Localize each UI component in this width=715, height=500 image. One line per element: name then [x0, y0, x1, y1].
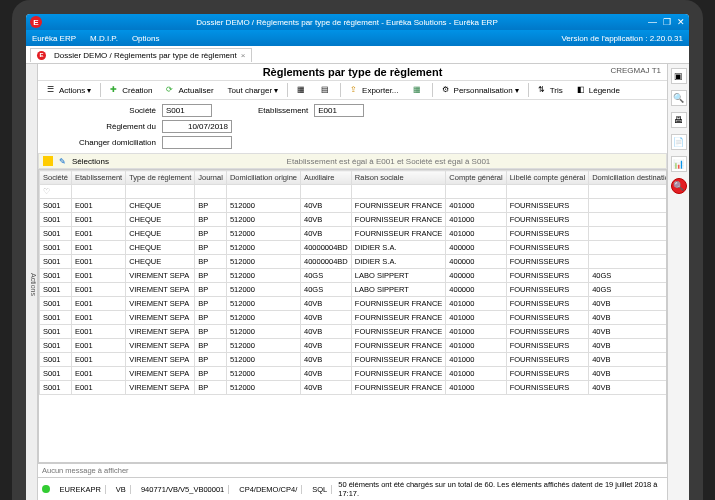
filter-cell[interactable] — [301, 185, 352, 199]
minimize-button[interactable]: — — [648, 17, 657, 27]
side-tab-actions[interactable]: Actions — [26, 64, 38, 500]
tab-close-icon[interactable]: × — [241, 51, 246, 60]
chevron-down-icon: ▾ — [274, 86, 278, 95]
cell: S001 — [40, 367, 72, 381]
col-header[interactable]: Raison sociale — [351, 171, 446, 185]
tool-export-icon[interactable]: 📊 — [671, 156, 687, 172]
cell: 40VB — [589, 353, 667, 367]
table-row[interactable]: S001E001CHEQUEBP51200040000004BDDIDIER S… — [40, 255, 668, 269]
cell — [589, 227, 667, 241]
tool-button-1[interactable]: ▦ — [292, 83, 312, 97]
tool-print-icon[interactable]: 🖶 — [671, 112, 687, 128]
close-button[interactable]: ✕ — [677, 17, 685, 27]
footer-vb: VB — [112, 485, 131, 494]
cell: CHEQUE — [126, 255, 195, 269]
tool-doc-icon[interactable]: 📄 — [671, 134, 687, 150]
changer-label: Changer domiciliation — [46, 138, 156, 147]
creation-button[interactable]: ✚Création — [105, 83, 157, 97]
cell — [589, 255, 667, 269]
restore-button[interactable]: ❐ — [663, 17, 671, 27]
personnalisation-button[interactable]: ⚙Personnalisation▾ — [437, 83, 524, 97]
filter-cell[interactable] — [446, 185, 506, 199]
table-row[interactable]: S001E001VIREMENT SEPABP51200040VBFOURNIS… — [40, 381, 668, 395]
col-header[interactable]: Domiciliation origine — [226, 171, 300, 185]
tris-button[interactable]: ⇅Tris — [533, 83, 568, 97]
filter-cell[interactable] — [72, 185, 126, 199]
filter-cell[interactable] — [126, 185, 195, 199]
tool-console-icon[interactable]: ▣ — [671, 68, 687, 84]
window-title: Dossier DEMO / Règlements par type de rè… — [46, 18, 648, 27]
societe-input[interactable] — [162, 104, 212, 117]
filter-cell[interactable] — [351, 185, 446, 199]
legende-button[interactable]: ◧Légende — [572, 83, 625, 97]
cell: S001 — [40, 353, 72, 367]
table-row[interactable]: S001E001VIREMENT SEPABP51200040GSLABO SI… — [40, 269, 668, 283]
filter-cell[interactable]: ♡ — [40, 185, 72, 199]
cell: 40VB — [301, 325, 352, 339]
tout-charger-button[interactable]: Tout charger▾ — [223, 84, 283, 97]
menu-options[interactable]: Options — [132, 34, 160, 43]
tool-button-2[interactable]: ▤ — [316, 83, 336, 97]
cell: 512000 — [226, 353, 300, 367]
page-title: Règlements par type de règlement — [263, 66, 443, 78]
cell: 40GS — [589, 283, 667, 297]
etab-input[interactable] — [314, 104, 364, 117]
actualiser-button[interactable]: ⟳Actualiser — [161, 83, 218, 97]
cell: FOURNISSEURS — [506, 339, 588, 353]
table-row[interactable]: S001E001CHEQUEBP51200040VBFOURNISSEUR FR… — [40, 213, 668, 227]
selection-label[interactable]: Sélections — [72, 157, 109, 166]
filter-cell[interactable] — [226, 185, 300, 199]
table-row[interactable]: S001E001CHEQUEBP51200040VBFOURNISSEUR FR… — [40, 227, 668, 241]
cell: 40VB — [301, 353, 352, 367]
col-header[interactable]: Société — [40, 171, 72, 185]
etab-label: Etablissement — [258, 106, 308, 115]
cell — [589, 199, 667, 213]
table-row[interactable]: S001E001VIREMENT SEPABP51200040VBFOURNIS… — [40, 339, 668, 353]
table-row[interactable]: S001E001CHEQUEBP51200040VBFOURNISSEUR FR… — [40, 199, 668, 213]
table-row[interactable]: S001E001VIREMENT SEPABP51200040VBFOURNIS… — [40, 353, 668, 367]
cell: FOURNISSEURS — [506, 367, 588, 381]
table-row[interactable]: S001E001VIREMENT SEPABP51200040VBFOURNIS… — [40, 297, 668, 311]
cell: FOURNISSEURS — [506, 269, 588, 283]
tab-reglements[interactable]: E Dossier DEMO / Règlements par type de … — [30, 48, 252, 62]
col-header[interactable]: Libellé compte général — [506, 171, 588, 185]
sort-icon: ⇅ — [538, 85, 548, 95]
menu-eureka[interactable]: Eurêka ERP — [32, 34, 76, 43]
tool-search-red-icon[interactable]: 🔍 — [671, 178, 687, 194]
user-label: CREGMAJ T1 — [610, 66, 661, 75]
col-header[interactable]: Journal — [195, 171, 227, 185]
cell: FOURNISSEURS — [506, 227, 588, 241]
col-header[interactable]: Compte général — [446, 171, 506, 185]
reglement-input[interactable] — [162, 120, 232, 133]
table-row[interactable]: S001E001VIREMENT SEPABP51200040VBFOURNIS… — [40, 311, 668, 325]
selection-bar: ✎ Sélections Etablissement est égal à E0… — [38, 153, 667, 169]
exporter-button[interactable]: ⇪Exporter... — [345, 83, 403, 97]
table-row[interactable]: S001E001VIREMENT SEPABP51200040VBFOURNIS… — [40, 367, 668, 381]
table-row[interactable]: S001E001CHEQUEBP51200040000004BDDIDIER S… — [40, 241, 668, 255]
status-dot-icon — [42, 485, 50, 493]
menu-mdip[interactable]: M.D.I.P. — [90, 34, 118, 43]
actions-button[interactable]: ☰Actions▾ — [42, 83, 96, 97]
changer-input[interactable] — [162, 136, 232, 149]
table-row[interactable]: S001E001VIREMENT SEPABP51200040VBFOURNIS… — [40, 325, 668, 339]
filter-cell[interactable] — [589, 185, 667, 199]
tool-search-folder-icon[interactable]: 🔍 — [671, 90, 687, 106]
table-row[interactable]: S001E001VIREMENT SEPABP51200040GSLABO SI… — [40, 283, 668, 297]
data-grid[interactable]: SociétéEtablissementType de règlementJou… — [38, 169, 667, 463]
cell: BP — [195, 241, 227, 255]
excel-button[interactable]: ▦ — [408, 83, 428, 97]
excel-icon: ▦ — [413, 85, 423, 95]
cell: E001 — [72, 367, 126, 381]
pencil-icon[interactable]: ✎ — [59, 157, 66, 166]
filter-cell[interactable] — [195, 185, 227, 199]
col-header[interactable]: Etablissement — [72, 171, 126, 185]
cell: 512000 — [226, 297, 300, 311]
cell: BP — [195, 325, 227, 339]
cell: VIREMENT SEPA — [126, 339, 195, 353]
col-header[interactable]: Domiciliation destination — [589, 171, 667, 185]
filter-cell[interactable] — [506, 185, 588, 199]
cell: 40VB — [589, 381, 667, 395]
cell: FOURNISSEUR FRANCE — [351, 297, 446, 311]
col-header[interactable]: Auxiliaire — [301, 171, 352, 185]
col-header[interactable]: Type de règlement — [126, 171, 195, 185]
